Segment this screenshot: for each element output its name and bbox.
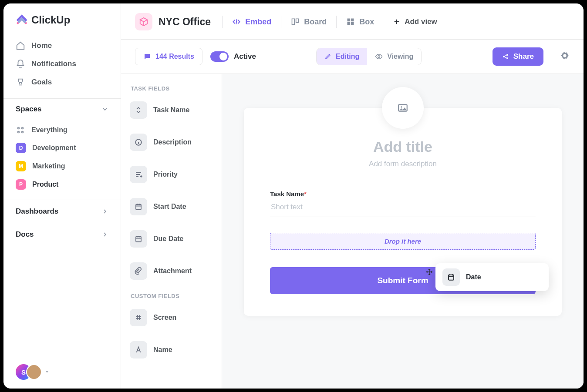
svg-rect-4 xyxy=(292,19,295,24)
view-tab-box[interactable]: Box xyxy=(336,16,384,28)
space-marketing[interactable]: M Marketing xyxy=(10,157,114,175)
field-label: Task Name xyxy=(153,106,189,114)
svg-rect-19 xyxy=(449,275,454,280)
sort-icon xyxy=(130,101,147,119)
svg-point-0 xyxy=(18,127,20,129)
view-tab-board[interactable]: Board xyxy=(281,16,336,28)
eye-icon xyxy=(375,53,383,60)
nav-primary: Home Notifications Goals xyxy=(3,34,121,99)
active-toggle[interactable]: Active xyxy=(210,51,256,62)
home-icon xyxy=(16,41,25,50)
field-start-date[interactable]: Start Date xyxy=(128,194,215,219)
svg-rect-16 xyxy=(136,237,141,242)
space-label: Product xyxy=(32,181,58,188)
svg-rect-15 xyxy=(136,204,141,210)
topbar: NYC Office Embed Board Box Add view xyxy=(121,3,584,40)
field-name[interactable]: Name xyxy=(128,338,215,362)
app-window: ClickUp Home Notifications Goals Spaces xyxy=(3,3,584,389)
pencil-icon xyxy=(324,53,331,60)
space-badge: D xyxy=(16,143,26,153)
calendar-icon xyxy=(442,268,460,286)
toggle-label: Active xyxy=(234,52,256,61)
nav-home[interactable]: Home xyxy=(10,37,114,55)
chevron-right-icon xyxy=(101,231,108,238)
code-icon xyxy=(232,17,241,26)
share-button[interactable]: Share xyxy=(493,47,543,66)
form-image-button[interactable] xyxy=(382,87,424,129)
toggle-switch[interactable] xyxy=(210,51,229,62)
field-label: Priority xyxy=(153,171,178,178)
field-attachment[interactable]: Attachment xyxy=(128,259,215,283)
caret-down-icon xyxy=(44,369,50,375)
paperclip-icon xyxy=(130,262,147,280)
mode-viewing[interactable]: Viewing xyxy=(367,48,421,65)
task-fields-heading: TASK FIELDS xyxy=(131,85,212,92)
mode-editing-label: Editing xyxy=(336,53,359,60)
nav-notifications-label: Notifications xyxy=(31,60,76,68)
field-description[interactable]: Description xyxy=(128,130,215,154)
task-name-input[interactable] xyxy=(270,198,536,217)
drop-zone[interactable]: Drop it here xyxy=(270,233,536,250)
form-canvas: Add title Add form description Task Name… xyxy=(222,74,584,389)
dragging-field-chip[interactable]: Date xyxy=(435,263,549,291)
nav-home-label: Home xyxy=(31,41,52,50)
space-product[interactable]: P Product xyxy=(10,175,114,194)
comment-icon xyxy=(143,53,151,60)
spaces-header[interactable]: Spaces xyxy=(3,99,121,120)
space-badge: P xyxy=(16,179,26,190)
user-avatars[interactable]: S xyxy=(3,355,121,389)
avatar xyxy=(26,364,42,380)
nav-goals[interactable]: Goals xyxy=(10,73,114,91)
grid-icon xyxy=(16,125,25,135)
field-label: Name xyxy=(153,346,172,354)
space-header: NYC Office xyxy=(135,13,222,30)
move-icon xyxy=(426,268,433,275)
svg-point-2 xyxy=(18,131,20,133)
nav-notifications[interactable]: Notifications xyxy=(10,55,114,73)
box-grid-icon xyxy=(346,17,355,26)
svg-rect-7 xyxy=(351,19,354,22)
trophy-icon xyxy=(16,77,25,87)
field-priority[interactable]: Priority xyxy=(128,162,215,187)
logo[interactable]: ClickUp xyxy=(3,3,121,34)
brand-name: ClickUp xyxy=(31,14,70,26)
priority-icon xyxy=(130,166,147,183)
field-screen[interactable]: Screen xyxy=(128,305,215,330)
nav-dashboards[interactable]: Dashboards xyxy=(3,200,121,223)
custom-fields-heading: CUSTOM FIELDS xyxy=(131,293,212,299)
svg-point-3 xyxy=(22,131,24,133)
add-view-button[interactable]: Add view xyxy=(384,17,437,26)
docs-label: Docs xyxy=(16,230,34,239)
clickup-logo-icon xyxy=(16,14,28,26)
nav-docs[interactable]: Docs xyxy=(3,223,121,246)
calendar-icon xyxy=(130,198,147,215)
field-label: Description xyxy=(153,138,192,146)
field-label: Due Date xyxy=(153,235,183,243)
view-tab-label: Board xyxy=(304,17,327,27)
form-title[interactable]: Add title xyxy=(270,138,536,155)
settings-button[interactable] xyxy=(560,51,570,62)
info-icon xyxy=(130,134,147,151)
form-description[interactable]: Add form description xyxy=(270,160,536,168)
mode-editing[interactable]: Editing xyxy=(317,48,367,65)
results-label: 144 Results xyxy=(155,53,194,60)
field-label: Start Date xyxy=(153,203,186,211)
field-task-name[interactable]: Task Name xyxy=(128,98,215,122)
space-development[interactable]: D Development xyxy=(10,139,114,157)
field-due-date[interactable]: Due Date xyxy=(128,227,215,251)
svg-rect-8 xyxy=(347,22,351,25)
space-label: Marketing xyxy=(32,162,65,170)
view-tab-label: Embed xyxy=(245,17,271,27)
gear-icon xyxy=(560,51,570,60)
results-pill[interactable]: 144 Results xyxy=(135,48,202,65)
bell-icon xyxy=(16,59,25,69)
cube-icon xyxy=(139,17,148,27)
field-label: Screen xyxy=(153,314,176,322)
view-tab-label: Box xyxy=(359,17,374,27)
view-tab-embed[interactable]: Embed xyxy=(222,16,281,28)
svg-rect-5 xyxy=(296,19,299,22)
share-icon xyxy=(502,53,509,60)
space-everything[interactable]: Everything xyxy=(10,121,114,139)
mode-viewing-label: Viewing xyxy=(387,53,413,60)
spaces-heading: Spaces xyxy=(16,105,42,114)
